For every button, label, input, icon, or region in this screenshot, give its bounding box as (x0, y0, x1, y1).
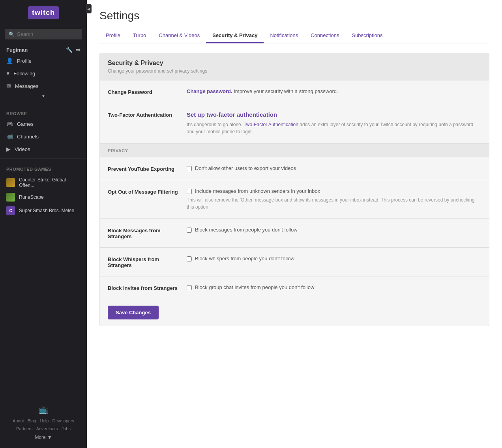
settings-icon[interactable]: 🔧 (66, 47, 73, 53)
footer-twitch-icon: 📺 (39, 405, 49, 414)
opt-out-row: Opt Out of Message Filtering Include mes… (100, 180, 489, 219)
promoted-games-label: PROMOTED GAMES (0, 162, 87, 173)
partners-link[interactable]: Partners (16, 426, 33, 431)
following-icon: ♥ (6, 70, 9, 77)
messages-dropdown[interactable]: ▼ (0, 92, 87, 100)
change-password-content: Change password. Improve your security w… (187, 88, 481, 94)
main-content: Settings Profile Turbo Channel & Videos … (87, 0, 502, 448)
block-whispers-checkbox-label: Block whispers from people you don't fol… (195, 256, 294, 261)
two-factor-desc: It's dangerous to go alone. Two-Factor A… (187, 121, 481, 135)
block-invites-row: Block Invites from Strangers Block group… (100, 276, 489, 299)
two-factor-link[interactable]: Set up two-factor authentication (187, 111, 481, 118)
blog-link[interactable]: Blog (28, 418, 36, 423)
sidebar-item-games[interactable]: 🎮 Games (0, 118, 87, 130)
block-whispers-label: Block Whispers from Strangers (108, 256, 187, 268)
about-link[interactable]: About (13, 418, 24, 423)
two-factor-auth-link[interactable]: Two-Factor Authentication (244, 122, 298, 127)
block-messages-checkbox-row: Block messages from people you don't fol… (187, 227, 481, 233)
promoted-game-cs[interactable]: Counter-Strike: Global Offen... (0, 175, 87, 190)
sidebar-item-videos[interactable]: ▶ Videos (0, 143, 87, 155)
sidebar-item-messages[interactable]: ✉ Messages (0, 80, 87, 92)
tab-notifications[interactable]: Notifications (264, 28, 304, 43)
help-link[interactable]: Help (40, 418, 49, 423)
privacy-section-label: PRIVACY (100, 144, 489, 157)
channels-icon: 📹 (6, 133, 13, 140)
save-changes-button[interactable]: Save Changes (108, 306, 159, 319)
ssb-thumbnail: C (6, 206, 15, 215)
twitch-logo[interactable]: twitch (28, 6, 59, 19)
prevent-youtube-checkbox[interactable] (187, 166, 192, 171)
change-password-label: Change Password (108, 88, 187, 95)
search-input[interactable] (17, 31, 78, 37)
ssb-label: Super Smash Bros. Melee (19, 208, 74, 213)
sidebar-item-following[interactable]: ♥ Following (0, 67, 87, 80)
block-messages-checkbox[interactable] (187, 228, 192, 233)
block-messages-content: Block messages from people you don't fol… (187, 227, 481, 233)
sidebar-item-profile[interactable]: 👤 Profile (0, 54, 87, 67)
logout-icon[interactable]: ➡ (76, 47, 81, 53)
games-icon: 🎮 (6, 121, 13, 127)
developers-link[interactable]: Developers (52, 418, 74, 423)
promoted-game-rs[interactable]: RuneScape (0, 190, 87, 204)
block-whispers-content: Block whispers from people you don't fol… (187, 256, 481, 261)
sidebar-item-messages-label: Messages (15, 83, 38, 89)
prevent-youtube-row: Prevent YouTube Exporting Don't allow ot… (100, 157, 489, 180)
footer-links: About Blog Help Developers Partners Adve… (6, 417, 81, 433)
block-whispers-checkbox[interactable] (187, 256, 192, 261)
save-changes-container: Save Changes (100, 299, 489, 326)
rs-label: RuneScape (19, 194, 44, 200)
more-button[interactable]: More ▼ (6, 433, 81, 443)
sidebar-item-following-label: Following (13, 71, 35, 77)
prevent-youtube-content: Don't allow other users to export your v… (187, 165, 481, 171)
change-password-row: Change Password Change password. Improve… (100, 80, 489, 103)
tab-channel-videos[interactable]: Channel & Videos (152, 28, 206, 43)
prevent-youtube-checkbox-label: Don't allow other users to export your v… (195, 165, 296, 171)
change-password-link[interactable]: Change password. (187, 88, 232, 94)
opt-out-checkbox-row: Include messages from unknown senders in… (187, 188, 481, 194)
sidebar-item-channels-label: Channels (17, 134, 39, 140)
opt-out-checkbox[interactable] (187, 189, 192, 194)
opt-out-label: Opt Out of Message Filtering (108, 188, 187, 195)
sidebar-footer: 📺 About Blog Help Developers Partners Ad… (0, 400, 87, 448)
tab-security-privacy[interactable]: Security & Privacy (206, 28, 264, 43)
opt-out-helper: This will also remove the 'Other' messag… (187, 196, 481, 211)
more-chevron-icon: ▼ (47, 435, 52, 440)
block-invites-content: Block group chat invites from people you… (187, 284, 481, 290)
advertisers-link[interactable]: Advertisers (36, 426, 58, 431)
block-whispers-row: Block Whispers from Strangers Block whis… (100, 248, 489, 276)
profile-icon: 👤 (6, 58, 13, 64)
sidebar-item-profile-label: Profile (17, 58, 32, 64)
tab-connections[interactable]: Connections (304, 28, 345, 43)
block-messages-checkbox-label: Block messages from people you don't fol… (195, 227, 298, 233)
jobs-link[interactable]: Jobs (62, 426, 71, 431)
opt-out-content: Include messages from unknown senders in… (187, 188, 481, 211)
promoted-games-list: Counter-Strike: Global Offen... RuneScap… (0, 173, 87, 219)
sidebar-item-games-label: Games (17, 121, 34, 127)
two-factor-row: Two-Factor Authentication Set up two-fac… (100, 103, 489, 144)
cs-thumbnail (6, 178, 15, 187)
block-invites-checkbox-label: Block group chat invites from people you… (195, 284, 314, 290)
change-password-text: Change password. Improve your security w… (187, 88, 338, 94)
tab-subscriptions[interactable]: Subscriptions (345, 28, 389, 43)
block-messages-row: Block Messages from Strangers Block mess… (100, 219, 489, 248)
sidebar-logo: twitch (0, 0, 87, 26)
sidebar-item-videos-label: Videos (15, 146, 30, 152)
block-messages-label: Block Messages from Strangers (108, 227, 187, 239)
two-factor-label: Two-Factor Authentication (108, 111, 187, 118)
sidebar-collapse-button[interactable]: ◀ (86, 4, 92, 13)
block-invites-checkbox[interactable] (187, 285, 192, 290)
browse-nav: 🎮 Games 📹 Channels ▶ Videos (0, 118, 87, 155)
opt-out-checkbox-label: Include messages from unknown senders in… (195, 188, 320, 194)
block-whispers-checkbox-row: Block whispers from people you don't fol… (187, 256, 481, 261)
username-icons: 🔧 ➡ (66, 47, 81, 53)
videos-icon: ▶ (6, 146, 11, 152)
footer-logo: 📺 (6, 405, 81, 414)
search-box[interactable]: 🔍 (5, 29, 82, 39)
tab-turbo[interactable]: Turbo (127, 28, 152, 43)
tab-profile[interactable]: Profile (99, 28, 127, 43)
sidebar: twitch 🔍 Fugiman 🔧 ➡ 👤 Profile ♥ Followi… (0, 0, 87, 448)
sidebar-item-channels[interactable]: 📹 Channels (0, 130, 87, 143)
promoted-game-ssb[interactable]: C Super Smash Bros. Melee (0, 204, 87, 217)
messages-icon: ✉ (6, 83, 11, 89)
sidebar-username: Fugiman 🔧 ➡ (0, 43, 87, 54)
